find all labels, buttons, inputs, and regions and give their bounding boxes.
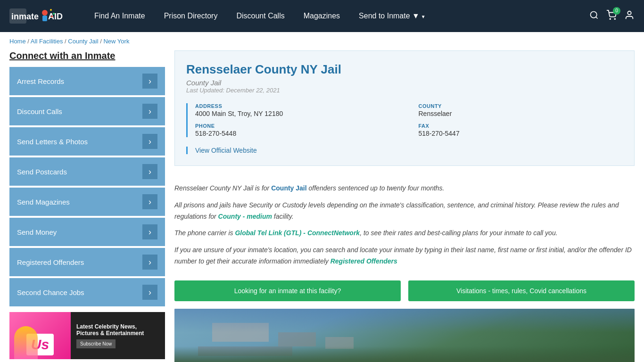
main-nav: Find An Inmate Prison Directory Discount… (94, 12, 589, 20)
breadcrumb-new-york[interactable]: New York (103, 38, 129, 45)
svg-point-5 (50, 9, 52, 11)
svg-rect-4 (42, 16, 47, 21)
logo-image: inmate AID (9, 6, 75, 26)
fax-label: FAX (419, 123, 623, 129)
svg-point-7 (51, 16, 53, 17)
registered-offenders-link[interactable]: Registered Offenders (330, 257, 397, 265)
svg-line-9 (596, 16, 598, 18)
cart-badge: 0 (613, 7, 620, 15)
facility-info-grid: ADDRESS 4000 Main St, Troy, NY 12180 COU… (186, 103, 623, 137)
sidebar-item-send-magazines[interactable]: Send Magazines › (9, 188, 165, 216)
arrow-icon: › (142, 194, 157, 209)
svg-point-11 (614, 18, 615, 19)
arrow-icon: › (142, 255, 157, 270)
svg-point-10 (610, 18, 611, 19)
header: inmate AID Find An Inmate Prison Directo… (0, 0, 644, 32)
official-website-link[interactable]: View Official Website (186, 147, 623, 154)
facility-card: Rensselaer County NY Jail County Jail La… (174, 50, 635, 166)
arrow-icon: › (142, 224, 157, 239)
facility-type: County Jail (186, 79, 623, 87)
sidebar-item-registered-offenders[interactable]: Registered Offenders › (9, 248, 165, 276)
cart-icon[interactable]: 0 (606, 10, 617, 23)
county-block: COUNTY Rensselaer (419, 103, 623, 117)
arrow-icon: › (142, 164, 157, 179)
main-content: Rensselaer County NY Jail County Jail La… (174, 50, 635, 362)
sidebar-item-arrest-records[interactable]: Arrest Records › (9, 67, 165, 95)
facility-aerial-image (174, 309, 635, 362)
svg-point-12 (627, 11, 631, 14)
sidebar-menu: Arrest Records › Discount Calls › Send L… (9, 67, 165, 306)
ad-text: Latest Celebrity News, Pictures & Entert… (71, 312, 165, 359)
address-block: ADDRESS 4000 Main St, Troy, NY 12180 (195, 103, 400, 117)
phone-label: PHONE (195, 123, 400, 129)
sidebar-item-send-money[interactable]: Send Money › (9, 218, 165, 246)
breadcrumb: Home / All Facilities / County Jail / Ne… (0, 32, 644, 50)
sidebar: Connect with an Inmate Arrest Records › … (9, 50, 165, 362)
sidebar-item-label: Send Postcards (17, 168, 67, 176)
facility-description: Rensselaer County NY Jail is for County … (174, 175, 635, 280)
nav-prison-directory[interactable]: Prison Directory (164, 12, 218, 20)
phone-value: 518-270-5448 (195, 130, 400, 137)
svg-point-8 (591, 11, 597, 17)
main-layout: Connect with an Inmate Arrest Records › … (0, 50, 644, 362)
sidebar-item-label: Send Money (17, 228, 57, 236)
arrow-icon: › (142, 104, 157, 119)
find-inmate-button[interactable]: Looking for an inmate at this facility? (174, 280, 401, 301)
desc-paragraph-2: All prisons and jails have Security or C… (174, 200, 635, 222)
action-buttons: Looking for an inmate at this facility? … (174, 280, 635, 301)
county-label: COUNTY (419, 103, 623, 109)
arrow-icon: › (142, 285, 157, 300)
facility-updated: Last Updated: December 22, 2021 (186, 87, 623, 94)
desc-paragraph-1: Rensselaer County NY Jail is for County … (174, 183, 635, 194)
ad-image: Us (9, 312, 71, 359)
address-label: ADDRESS (195, 103, 400, 109)
facility-name: Rensselaer County NY Jail (186, 62, 623, 77)
sidebar-item-send-letters[interactable]: Send Letters & Photos › (9, 127, 165, 156)
sidebar-item-label: Second Chance Jobs (17, 288, 84, 296)
county-jail-link[interactable]: County Jail (271, 184, 306, 192)
sidebar-item-label: Registered Offenders (17, 258, 84, 266)
breadcrumb-all-facilities[interactable]: All Facilities (31, 38, 63, 45)
svg-point-3 (42, 10, 48, 16)
official-website-anchor[interactable]: View Official Website (186, 147, 623, 154)
county-value: Rensselaer (419, 110, 623, 117)
sidebar-item-discount-calls[interactable]: Discount Calls › (9, 97, 165, 125)
sidebar-item-send-postcards[interactable]: Send Postcards › (9, 157, 165, 186)
sidebar-item-second-chance-jobs[interactable]: Second Chance Jobs › (9, 278, 165, 306)
phone-block: PHONE 518-270-5448 (195, 123, 400, 137)
desc-paragraph-4: If you are unsure of your inmate's locat… (174, 245, 635, 267)
sidebar-title: Connect with an Inmate (9, 50, 165, 61)
nav-magazines[interactable]: Magazines (304, 12, 340, 20)
nav-send-to-inmate[interactable]: Send to Inmate ▼ (359, 12, 425, 20)
sidebar-item-label: Discount Calls (17, 107, 62, 115)
search-icon[interactable] (589, 10, 599, 22)
county-medium-link[interactable]: County - medium (218, 213, 272, 220)
arrow-icon: › (142, 74, 157, 89)
breadcrumb-home[interactable]: Home (9, 38, 26, 45)
visitations-button[interactable]: Visitations - times, rules, Covid cancel… (408, 280, 635, 301)
desc-paragraph-3: The phone carrier is Global Tel Link (GT… (174, 228, 635, 239)
svg-point-6 (53, 13, 55, 15)
sidebar-item-label: Send Letters & Photos (17, 138, 88, 146)
address-value: 4000 Main St, Troy, NY 12180 (195, 110, 400, 117)
fax-value: 518-270-5447 (419, 130, 623, 137)
breadcrumb-county-jail[interactable]: County Jail (68, 38, 98, 45)
ad-title: Latest Celebrity News, Pictures & Entert… (76, 323, 159, 337)
ad-subscribe-button[interactable]: Subscribe Now (76, 339, 116, 348)
sidebar-item-label: Send Magazines (17, 198, 70, 206)
user-icon[interactable] (624, 10, 635, 23)
svg-text:inmate: inmate (11, 12, 39, 21)
nav-discount-calls[interactable]: Discount Calls (236, 12, 284, 20)
sidebar-item-label: Arrest Records (17, 77, 64, 85)
arrow-icon: › (142, 134, 157, 149)
fax-block: FAX 518-270-5447 (419, 123, 623, 137)
phone-carrier-link[interactable]: Global Tel Link (GTL) - ConnectNetwork (235, 229, 360, 237)
svg-text:AID: AID (48, 12, 63, 21)
header-icons: 0 (589, 10, 635, 23)
logo[interactable]: inmate AID (9, 6, 75, 26)
sidebar-ad[interactable]: Us Latest Celebrity News, Pictures & Ent… (9, 312, 165, 359)
nav-find-inmate[interactable]: Find An Inmate (94, 12, 145, 20)
